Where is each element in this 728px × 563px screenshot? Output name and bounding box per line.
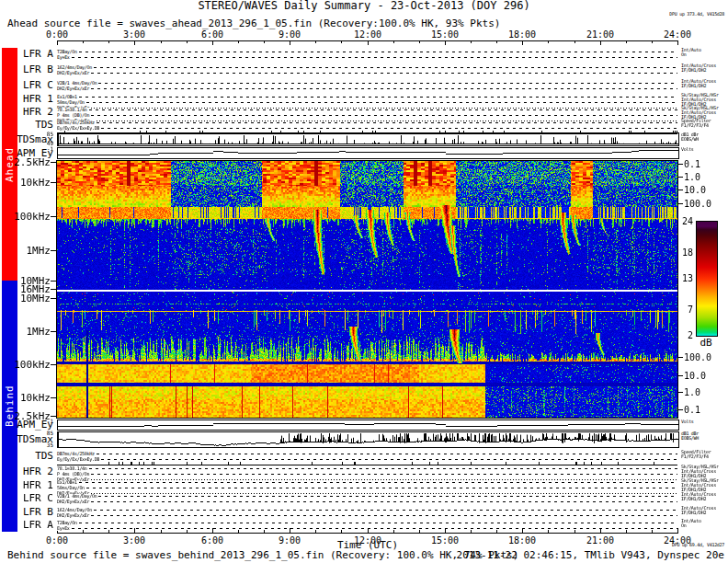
right-tick-label: 1.0 [684,172,700,182]
strip-line-label: 162/4ms/Day/On [57,65,94,70]
hour-tick [83,40,84,43]
status-dash-line [91,88,677,89]
strip-lfr-c-b: V2B/1 4ms/Day/OnDH2/Ey=Ex/xEr [57,492,677,505]
right-tick-label: 0.1 [684,159,700,169]
generated-timestamp: 2013-11-22 02:46:15, TMlib V943, Dynspec… [421,550,724,561]
status-dash-line [91,501,677,502]
strip-axis-value: 85 [40,132,53,137]
strip-hfr-1-b: Ex1/OB=150ms/Day/OnDH2/Ex=Ey/xEr [57,478,677,492]
status-dash-line [98,83,677,84]
strip-line: Ey=Ex [57,54,677,60]
strip-label-lfr-a: LFR A [9,49,53,60]
strip-label-hfr-2: HFR 2 [9,107,53,118]
tdsmax-plot [57,132,679,146]
colorbar-gradient [696,221,718,337]
hour-tick [548,40,549,43]
time-tick-label: 21:00 [585,29,616,40]
right-tick-label: 0.1 [684,405,700,415]
strip-right-labels-tds: Speed/FilterF1/F2/F3/F4 [681,119,727,128]
status-dash-line [79,482,677,483]
strip-lfr-a-b: T2Bay/OnEy=Ex [57,519,677,532]
time-tick-label: 9:00 [274,535,305,546]
strip-label-lfr-c: LFR C [9,80,53,91]
spectrogram-frame [56,160,678,419]
colorbar-tick-label: 13 [677,273,693,283]
strip-label-hfr-2-b: HFR 2 [9,466,53,477]
strip-tdsmax [57,132,677,146]
time-tick-label: 9:00 [274,29,305,40]
strip-line-label: P 4ms (DB)/On [57,113,91,118]
strip-line-label: Ex1/OB=1 [57,480,79,485]
strip-line: Ey/Ey/Ex/Ex=Ey.DB [57,456,677,462]
strip-line-label: 78.1=38.1/4n [57,108,89,112]
time-tick-label: 6:00 [197,29,228,40]
time-tick-label: 18:00 [506,535,538,546]
time-tick-label: 0:00 [41,535,73,546]
status-dash-line [101,128,677,129]
strip-mode-label: On [681,52,727,57]
status-dash-line [79,97,677,98]
strip-line-label: V2B/1 4ms/Day/On [57,81,98,86]
strip-right-labels-tds-b: Speed/FilterF1/F2/F3/F4 [681,450,727,459]
hour-tick [677,528,678,533]
time-tick-label: 15:00 [429,29,461,40]
strip-line: Ey/Ey/Ex/Ex=Ey.DB [57,125,677,131]
strip-right-labels-lfr-c: Int/Auto/CrossIF/DH1/DH2 [681,79,727,88]
strip-right-labels-tdsmax: dB1 dBrEOBS/WH [681,132,727,142]
hour-tick [445,40,446,45]
strip-mode-label: EOBS/WH [681,436,727,441]
hour-tick [600,40,601,45]
strip-tdsmax-b [57,431,677,448]
freq-tick-label: 10kHz [0,178,51,189]
hour-tick [315,40,316,43]
hour-tick [134,40,135,45]
strip-line-label: 50ms/Day/On [57,100,86,105]
status-dash-line [79,52,677,52]
strip-line-label: Ey/Ey/Ex/Ex=Ey.DB [57,126,101,131]
strip-line-label: DB7ms/4s/250kHz [57,452,97,456]
right-tick-label: 10.0 [684,371,706,381]
freq-tick [51,162,56,163]
hour-tick [212,40,213,45]
status-dash-line [86,488,677,488]
status-dash-line [97,454,677,454]
freq-tick-label: 1MHz [0,327,51,338]
time-tick-label: 21:00 [585,535,616,546]
strip-right-labels-lfr-b: Int/Auto/CrossIF/DH1/DH2 [681,63,727,73]
strip-mode-label: F1/F2/F3/F4 [681,454,727,459]
strip-label-lfr-c-b: LFR C [9,493,53,504]
status-dash-line [97,122,677,123]
freq-tick-label: 2.5kHz [0,157,51,168]
time-tick-label: 18:00 [506,29,538,40]
hour-tick [108,40,109,43]
strip-mode-label: IF/DH1/DH2 [681,511,727,515]
time-tick-label: 3:00 [119,29,150,40]
status-dash-line [91,474,677,475]
hour-tick [161,40,162,43]
status-dash-line [86,102,677,103]
strip-line: Ey=Ex [57,525,677,531]
strip-mode-label: IF/DH1/DH2 [681,497,727,501]
colorbar-unit-label: dB [694,338,718,349]
page-title: STEREO/WAVES Daily Summary - 23-Oct-2013… [0,0,728,12]
right-tick [678,177,683,178]
right-tick [678,375,683,376]
hour-tick [187,40,188,43]
time-tick-label: 0:00 [41,29,73,40]
strip-label-lfr-b-b: LFR B [9,507,53,518]
strip-axis-value: 35 [40,442,53,448]
status-dash-line [94,67,677,68]
right-tick [678,409,683,410]
strip-line-label: DH2/Ey=Ex/xEr [57,86,91,91]
tdsmax-plot [57,431,679,448]
hour-tick [341,40,342,43]
strip-right-labels-hfr-2-b: Sk/Stay/HSL/HSrInt/Auto/CrossIF/DH1/DH2 [681,465,727,478]
apm_ey-plot [57,419,679,431]
strip-right-labels-tdsmax-b: dB1 dBrEOBS/WH [681,431,727,441]
strip-label-lfr-b: LFR B [9,64,53,75]
strip-mode-label: F1/F2/F3/F4 [681,123,727,128]
strip-line-label: T2Bay/On [57,50,79,54]
freq-tick [51,397,56,398]
freq-tick-label: 1MHz [0,246,51,257]
strip-axis-value: 85 [40,431,53,436]
